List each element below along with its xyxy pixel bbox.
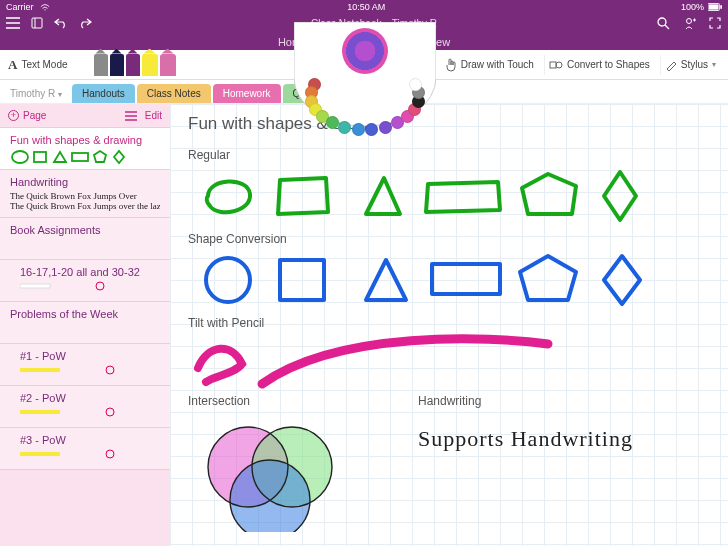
clock-label: 10:50 AM [347,2,385,12]
svg-rect-19 [20,410,60,414]
notebook-name-label[interactable]: Timothy R ▾ [4,88,72,103]
text-mode-icon: A [8,57,17,73]
tab-handouts[interactable]: Handouts [72,84,135,103]
text-mode-label: Text Mode [21,59,67,70]
battery-label: 100% [681,2,704,12]
handwriting-sample: Supports Handwriting [418,426,633,452]
pen-purple[interactable] [126,54,140,76]
svg-rect-13 [34,152,46,162]
page-title: Fun with shapes & drawing [188,114,710,134]
pen-gray[interactable] [94,54,108,76]
venn-diagram [188,412,358,532]
pen-highlighter[interactable] [142,54,158,76]
color-swatch[interactable] [338,121,351,134]
section-shape-conversion-label: Shape Conversion [188,232,710,246]
section-handwriting-label: Handwriting [418,394,633,408]
regular-shapes-row [188,166,710,228]
svg-point-5 [658,18,666,26]
draw-with-touch-button[interactable]: Draw with Touch [441,55,538,75]
search-icon[interactable] [656,16,670,30]
svg-rect-25 [432,264,500,294]
page-item-book-assignments[interactable]: Book Assignments [0,218,170,260]
svg-point-12 [12,151,28,163]
svg-rect-15 [20,284,50,288]
page-item-pow1[interactable]: #1 - PoW [0,344,170,386]
svg-rect-3 [32,18,42,28]
plus-icon: + [8,110,19,121]
svg-rect-2 [720,5,722,9]
page-item-handwriting[interactable]: Handwriting The Quick Brown Fox Jumps Ov… [0,170,170,218]
ios-status-bar: Carrier 10:50 AM 100% [0,0,728,14]
svg-point-11 [556,62,562,68]
tilt-row [188,334,710,390]
chevron-down-icon: ▾ [58,90,62,99]
svg-rect-10 [550,62,556,68]
tab-homework[interactable]: Homework [213,84,281,103]
add-page-button[interactable]: + Page [8,110,46,121]
svg-point-18 [106,366,114,374]
svg-rect-17 [20,368,60,372]
svg-point-7 [686,18,691,23]
svg-rect-14 [72,153,88,161]
list-view-icon[interactable] [125,111,137,121]
edit-pages-button[interactable]: Edit [145,110,162,121]
note-canvas[interactable]: Fun with shapes & drawing Regular Shape … [170,104,728,546]
shapes-icon [549,59,563,71]
pen-tray [94,54,176,76]
svg-point-23 [206,258,250,302]
hamburger-icon[interactable] [6,16,20,30]
fullscreen-icon[interactable] [708,16,722,30]
page-item-fun-shapes[interactable]: Fun with shapes & drawing [0,128,170,170]
stylus-button[interactable]: Stylus ▾ [660,55,720,75]
color-swatch[interactable] [352,123,365,136]
svg-rect-21 [20,452,60,456]
share-icon[interactable] [682,16,696,30]
section-tilt-label: Tilt with Pencil [188,316,710,330]
text-mode-button[interactable]: A Text Mode [8,57,68,73]
pen-eraser[interactable] [160,54,176,76]
page-item-pow3[interactable]: #3 - PoW [0,428,170,470]
color-preview-rings [342,28,388,74]
carrier-label: Carrier [6,2,34,12]
svg-point-16 [96,282,104,290]
svg-line-6 [665,25,669,29]
chevron-down-icon: ▾ [712,60,716,69]
converted-shapes-row [188,250,710,312]
page-item-pow2[interactable]: #2 - PoW [0,386,170,428]
page-sidebar: + Page Edit Fun with shapes & drawing [0,104,170,546]
section-regular-label: Regular [188,148,710,162]
battery-icon [708,0,722,14]
svg-point-22 [106,450,114,458]
notebook-icon[interactable] [30,16,44,30]
svg-rect-24 [280,260,324,300]
svg-point-20 [106,408,114,416]
color-swatch[interactable] [379,121,392,134]
page-preview [10,149,160,163]
convert-to-shapes-button[interactable]: Convert to Shapes [544,55,654,75]
undo-icon[interactable] [54,16,68,30]
redo-icon[interactable] [78,16,92,30]
stylus-icon [665,59,677,71]
page-item-pow[interactable]: Problems of the Week [0,302,170,344]
section-intersection-label: Intersection [188,394,358,408]
wifi-icon [38,0,52,14]
page-item-1617[interactable]: 16-17,1-20 all and 30-32 [0,260,170,302]
finger-icon [445,58,457,72]
pen-navy[interactable] [110,54,124,76]
tab-class-notes[interactable]: Class Notes [137,84,211,103]
svg-rect-1 [709,4,719,9]
color-picker-popover[interactable] [294,22,436,126]
